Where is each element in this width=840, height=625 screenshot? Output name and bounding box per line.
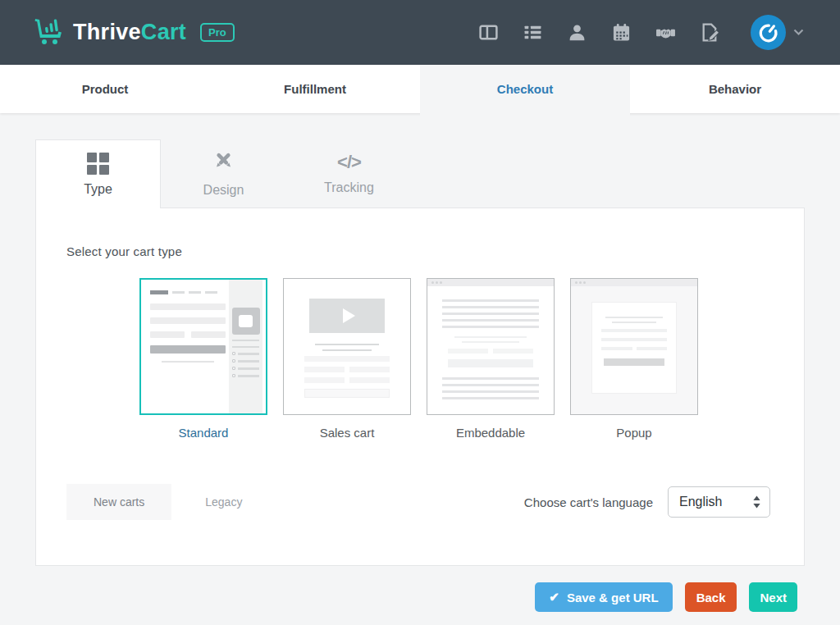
select-arrows-icon <box>752 495 761 509</box>
cart-type-embeddable: Embeddable <box>427 278 555 440</box>
legacy-toggle[interactable]: Legacy <box>205 495 242 509</box>
tab-fulfillment[interactable]: Fulfillment <box>210 65 420 113</box>
code-icon: </> <box>337 152 361 173</box>
top-bar: ThriveCart Pro <box>0 0 840 65</box>
play-icon <box>343 308 355 323</box>
cart-type-popup-label: Popup <box>570 426 698 440</box>
cart-type-sales: Sales cart <box>283 278 411 440</box>
avatar <box>751 15 786 50</box>
brand-logo[interactable]: ThriveCart Pro <box>33 16 235 49</box>
document-edit-icon[interactable] <box>700 22 720 43</box>
list-icon[interactable] <box>523 22 543 43</box>
back-button[interactable]: Back <box>685 582 737 612</box>
cart-type-sales-label: Sales cart <box>283 426 411 440</box>
standard-preview <box>150 290 226 363</box>
cart-type-options: Standard Sales cart <box>139 278 804 440</box>
cart-type-panel: Select your cart type <box>35 208 805 566</box>
subtab-tracking[interactable]: </> Tracking <box>286 139 412 208</box>
checkout-subtab-bar: Type Design </> Tracking <box>35 139 840 208</box>
sales-preview <box>284 299 410 398</box>
cart-type-sales-card[interactable] <box>283 278 411 415</box>
cart-type-standard-card[interactable] <box>139 278 267 415</box>
section-heading: Select your cart type <box>66 244 804 258</box>
tab-behavior[interactable]: Behavior <box>630 65 840 113</box>
tab-product[interactable]: Product <box>0 65 210 113</box>
tab-checkout[interactable]: Checkout <box>420 65 630 113</box>
handshake-icon[interactable] <box>655 22 676 43</box>
language-label: Choose cart's language <box>524 495 653 509</box>
image-placeholder-icon <box>232 308 260 335</box>
save-label: Save & get URL <box>567 591 659 604</box>
subtab-design-label: Design <box>203 183 244 198</box>
next-button[interactable]: Next <box>749 582 797 612</box>
design-icon <box>212 150 235 176</box>
cart-logo-icon <box>33 16 66 49</box>
cart-type-standard-label: Standard <box>139 426 267 440</box>
subtab-design[interactable]: Design <box>161 139 286 208</box>
language-value: English <box>679 495 722 509</box>
language-select[interactable]: English <box>668 486 770 518</box>
main-tab-bar: Product Fulfillment Checkout Behavior <box>0 65 840 113</box>
pro-badge: Pro <box>200 23 235 42</box>
cart-type-embeddable-label: Embeddable <box>427 426 555 440</box>
panel-bottom-row: New carts Legacy Choose cart's language … <box>66 484 770 520</box>
save-get-url-button[interactable]: ✔ Save & get URL <box>535 582 672 612</box>
subtab-type-label: Type <box>84 182 112 197</box>
popup-preview <box>571 279 697 286</box>
language-row: Choose cart's language English <box>524 486 770 518</box>
calendar-icon[interactable] <box>611 22 632 43</box>
cart-type-popup-card[interactable] <box>570 278 698 415</box>
grid-icon <box>87 153 109 175</box>
chevron-down-icon <box>793 29 804 36</box>
user-icon[interactable] <box>567 22 587 43</box>
subtab-tracking-label: Tracking <box>324 180 374 195</box>
check-icon: ✔ <box>549 590 559 604</box>
cart-type-popup: Popup <box>570 278 698 440</box>
brand-name: ThriveCart <box>73 20 186 45</box>
cart-type-standard: Standard <box>139 278 267 440</box>
header-icons <box>478 15 804 50</box>
footer-actions: ✔ Save & get URL Back Next <box>0 582 840 612</box>
cart-type-embeddable-card[interactable] <box>427 278 555 415</box>
subtab-type[interactable]: Type <box>35 139 161 208</box>
new-carts-toggle[interactable]: New carts <box>66 484 171 520</box>
embeddable-preview <box>427 279 554 399</box>
standard-preview-sidebar <box>229 280 262 413</box>
columns-icon[interactable] <box>478 22 499 43</box>
account-menu[interactable] <box>751 15 804 50</box>
